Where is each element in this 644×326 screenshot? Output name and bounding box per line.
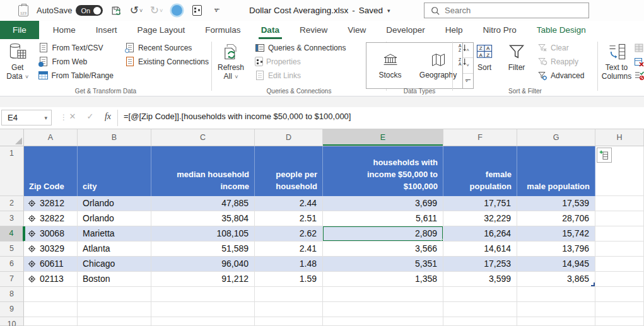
cancel-button[interactable]: ✕ (66, 112, 79, 121)
cell-C2[interactable]: 47,885 (151, 196, 255, 211)
geography-data-type-icon[interactable] (28, 230, 36, 238)
cell-G9[interactable] (517, 302, 595, 317)
row-header-7[interactable]: 7 (0, 272, 24, 287)
cell-E9[interactable] (323, 302, 443, 317)
search-input[interactable] (445, 6, 571, 15)
column-header-C[interactable]: C (151, 129, 255, 146)
cell-A7[interactable]: 02113 (24, 272, 78, 287)
table-resize-handle[interactable] (591, 282, 595, 286)
cell-D3[interactable]: 2.51 (255, 211, 323, 226)
table-header-E1[interactable]: households with income $50,000 to $100,0… (323, 146, 443, 196)
geography-data-type-icon[interactable] (28, 214, 36, 223)
from-web-button[interactable]: From Web (36, 55, 116, 68)
filter-button[interactable]: Filter (502, 41, 531, 72)
cell-F8[interactable] (443, 287, 517, 302)
cell-B2[interactable]: Orlando (78, 196, 151, 211)
cell-D10[interactable] (255, 317, 323, 326)
tab-file[interactable]: File (0, 21, 39, 39)
cell-F3[interactable]: 32,229 (443, 211, 517, 226)
tab-table-design[interactable]: Table Design (527, 21, 596, 39)
cell-E3[interactable]: 5,611 (323, 211, 443, 226)
undo-button[interactable]: ↺˅ (129, 4, 143, 18)
geography-data-type-icon[interactable] (28, 245, 36, 253)
reapply-filter-button[interactable]: Reapply (535, 55, 587, 68)
cell-A6[interactable]: 60611 (24, 257, 78, 272)
text-to-columns-button[interactable]: Text to Columns (599, 41, 634, 81)
column-header-E[interactable]: E (323, 129, 443, 146)
cell-H8[interactable] (595, 287, 644, 302)
cell-B3[interactable]: Orlando (78, 211, 151, 226)
cell-H7[interactable] (595, 272, 644, 287)
cell-A4[interactable]: 30068 (24, 226, 78, 242)
cell-F5[interactable]: 14,614 (443, 242, 517, 257)
from-text-csv-button[interactable]: From Text/CSV (36, 41, 116, 54)
tab-nitro-pro[interactable]: Nitro Pro (473, 21, 527, 39)
row-header-9[interactable]: 9 (0, 302, 24, 317)
dialog-launcher-icon[interactable] (190, 4, 204, 18)
remove-duplicates-button[interactable] (634, 55, 644, 68)
cell-G6[interactable]: 14,945 (517, 257, 595, 272)
cell-B6[interactable]: Chicago (78, 257, 151, 272)
row-header-8[interactable]: 8 (0, 287, 24, 302)
tab-insert[interactable]: Insert (86, 21, 127, 39)
tab-data[interactable]: Data (251, 21, 290, 39)
search-box[interactable] (424, 3, 589, 18)
blue-circle-icon[interactable] (170, 4, 184, 18)
row-header-3[interactable]: 3 (0, 211, 24, 226)
geography-data-type-icon[interactable] (28, 275, 36, 283)
cell-A3[interactable]: 32822 (24, 211, 78, 226)
table-header-G1[interactable]: male population (517, 146, 595, 196)
cell-E6[interactable]: 5,351 (323, 257, 443, 272)
cell-C4[interactable]: 108,105 (151, 226, 255, 242)
sort-button[interactable]: ZAAZ Sort (471, 41, 498, 72)
table-header-F1[interactable]: female population (443, 146, 517, 196)
cell-F6[interactable]: 17,253 (443, 257, 517, 272)
tab-developer[interactable]: Developer (376, 21, 435, 39)
table-header-D1[interactable]: people per household (255, 146, 323, 196)
redo-button[interactable]: ↻˅ (149, 4, 163, 18)
table-header-B1[interactable]: city (78, 146, 151, 196)
name-box[interactable]: E4 ▾ (1, 110, 52, 125)
cell-A8[interactable] (24, 287, 78, 302)
cell-A10[interactable] (24, 317, 78, 326)
row-header-4[interactable]: 4 (0, 226, 24, 242)
cell-E5[interactable]: 3,566 (323, 242, 443, 257)
cell-G8[interactable] (517, 287, 595, 302)
from-table-range-button[interactable]: From Table/Range (36, 69, 116, 82)
row-header-5[interactable]: 5 (0, 242, 24, 257)
cell-B9[interactable] (78, 302, 151, 317)
column-header-A[interactable]: A (24, 129, 78, 146)
cell-D6[interactable]: 1.48 (255, 257, 323, 272)
row-header-1[interactable]: 1 (0, 146, 24, 196)
cell-B4[interactable]: Marietta (78, 226, 151, 242)
select-all-corner[interactable] (0, 129, 24, 146)
cell-D2[interactable]: 2.44 (255, 196, 323, 211)
sort-ascending-button[interactable]: AZ (458, 41, 468, 54)
enter-button[interactable]: ✓ (83, 112, 97, 121)
cell-H3[interactable] (595, 211, 644, 226)
advanced-filter-button[interactable]: Advanced (535, 69, 587, 82)
cell-D9[interactable] (255, 302, 323, 317)
column-header-H[interactable]: H (595, 129, 644, 146)
cell-G4[interactable]: 15,742 (517, 226, 595, 242)
cell-H2[interactable] (595, 196, 644, 211)
column-header-F[interactable]: F (443, 129, 517, 146)
cell-C9[interactable] (151, 302, 255, 317)
cell-G10[interactable] (517, 317, 595, 326)
cell-E10[interactable] (323, 317, 443, 326)
cell-F4[interactable]: 16,264 (443, 226, 517, 242)
tab-review[interactable]: Review (290, 21, 337, 39)
get-data-button[interactable]: Get Data ˅ (4, 41, 31, 81)
table-header-C1[interactable]: median household income (151, 146, 255, 196)
cell-D5[interactable]: 2.41 (255, 242, 323, 257)
table-header-A1[interactable]: Zip Code (24, 146, 78, 196)
cell-F2[interactable]: 17,751 (443, 196, 517, 211)
cell-A9[interactable] (24, 302, 78, 317)
existing-connections-button[interactable]: Existing Connections (122, 55, 211, 68)
tab-formulas[interactable]: Formulas (195, 21, 250, 39)
cell-C6[interactable]: 96,040 (151, 257, 255, 272)
recent-sources-button[interactable]: Recent Sources (122, 41, 211, 54)
cell-F10[interactable] (443, 317, 517, 326)
cell-C5[interactable]: 51,589 (151, 242, 255, 257)
cell-G7[interactable]: 3,865 (517, 272, 595, 287)
